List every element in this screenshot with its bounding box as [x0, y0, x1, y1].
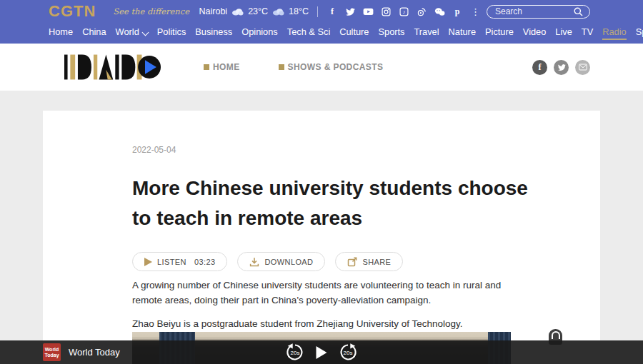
listen-button[interactable]: LISTEN 03:23	[132, 252, 227, 271]
download-icon	[249, 257, 259, 267]
cloud-night-icon	[272, 7, 284, 16]
article-title: More Chinese university students choose …	[132, 173, 547, 233]
nav-item-sports[interactable]: Sports	[379, 26, 405, 40]
nav-item-home[interactable]: Home	[49, 26, 73, 40]
nav-item-live[interactable]: Live	[555, 26, 572, 40]
forward-20s-button[interactable]: 20s	[339, 343, 358, 362]
article-paragraph: Zhao Beiyu is a postgraduate student fro…	[132, 317, 529, 332]
audio-player-bar: World Today World Today 20s 20s	[0, 340, 643, 364]
gold-square-icon	[279, 64, 284, 70]
article-paragraph: A growing number of Chinese university s…	[132, 278, 529, 308]
cgtn-logo[interactable]: CGTN	[49, 4, 96, 19]
top-header-bar: CGTN See the difference Nairobi 23°C 18°…	[0, 0, 643, 23]
radio-menu: HOME SHOWS & PODCASTS	[204, 62, 383, 72]
world-today-logo[interactable]: World Today	[43, 343, 61, 361]
radio-social-icons: f	[532, 60, 590, 75]
nav-item-politics[interactable]: Politics	[157, 26, 186, 40]
share-icon	[347, 257, 357, 267]
download-button[interactable]: DOWNLOAD	[237, 252, 325, 271]
nav-item-video[interactable]: Video	[523, 26, 547, 40]
weather-night-temp: 18°C	[289, 6, 309, 16]
now-playing-title: World Today	[69, 347, 120, 358]
weather-city: Nairobi	[199, 6, 228, 16]
nav-item-travel[interactable]: Travel	[414, 26, 439, 40]
nav-item-opinions[interactable]: Opinions	[241, 26, 278, 40]
nav-item-china[interactable]: China	[82, 26, 106, 40]
topbar-divider	[317, 6, 318, 17]
facebook-icon[interactable]: f	[532, 60, 547, 75]
radio-menu-home[interactable]: HOME	[204, 62, 240, 72]
nav-item-world[interactable]: World	[116, 26, 148, 40]
instagram-icon[interactable]	[380, 6, 392, 17]
youtube-icon[interactable]	[362, 6, 374, 17]
nav-item-specials[interactable]: Specials	[636, 26, 643, 40]
radio-section-header: HOME SHOWS & PODCASTS f	[0, 44, 643, 91]
nav-item-business[interactable]: Business	[195, 26, 232, 40]
weather-widget: Nairobi 23°C 18°C	[199, 6, 309, 16]
rewind-20s-button[interactable]: 20s	[286, 343, 305, 362]
weather-day-temp: 23°C	[248, 6, 268, 16]
chevron-down-icon	[141, 29, 149, 36]
listen-duration: 03:23	[194, 258, 216, 266]
topbar-social-icons: f ♪ p	[327, 6, 463, 17]
search-box[interactable]	[487, 5, 590, 19]
twitter-icon[interactable]	[554, 60, 569, 75]
radio-logo[interactable]	[64, 53, 161, 81]
article-date: 2022-05-04	[132, 145, 600, 155]
player-controls: 20s 20s	[286, 343, 358, 362]
svg-text:20s: 20s	[344, 350, 353, 356]
nav-item-tv[interactable]: TV	[582, 26, 593, 40]
more-menu-icon[interactable]: ⋮	[471, 6, 480, 17]
svg-text:20s: 20s	[291, 350, 300, 356]
play-button[interactable]	[316, 346, 327, 359]
main-navigation: Home China World Politics Business Opini…	[0, 23, 643, 44]
cgtn-tagline: See the difference	[113, 6, 189, 16]
article-actions: LISTEN 03:23 DOWNLOAD SHARE	[132, 252, 600, 271]
nav-item-nature[interactable]: Nature	[449, 26, 476, 40]
tiktok-icon[interactable]: ♪	[398, 6, 409, 17]
gold-square-icon	[204, 64, 209, 70]
play-icon	[144, 258, 152, 266]
widget-glyph	[552, 331, 560, 339]
cloud-day-icon	[231, 7, 244, 16]
nav-item-picture[interactable]: Picture	[485, 26, 514, 40]
svg-text:♪: ♪	[402, 9, 405, 14]
email-icon[interactable]	[575, 60, 590, 75]
weibo-icon[interactable]	[416, 6, 427, 17]
facebook-icon[interactable]: f	[327, 6, 338, 17]
search-input[interactable]	[494, 6, 574, 17]
radio-menu-shows-podcasts[interactable]: SHOWS & PODCASTS	[279, 62, 384, 72]
pinterest-icon[interactable]: p	[452, 6, 463, 17]
share-button[interactable]: SHARE	[335, 252, 403, 271]
article-card: 2022-05-04 More Chinese university stude…	[43, 111, 600, 364]
twitter-icon[interactable]	[344, 6, 356, 17]
nav-item-radio[interactable]: Radio	[602, 26, 626, 40]
nav-item-tech-sci[interactable]: Tech & Sci	[287, 26, 330, 40]
nav-item-culture[interactable]: Culture	[339, 26, 369, 40]
wechat-icon[interactable]	[434, 6, 445, 17]
search-icon[interactable]	[574, 7, 583, 16]
